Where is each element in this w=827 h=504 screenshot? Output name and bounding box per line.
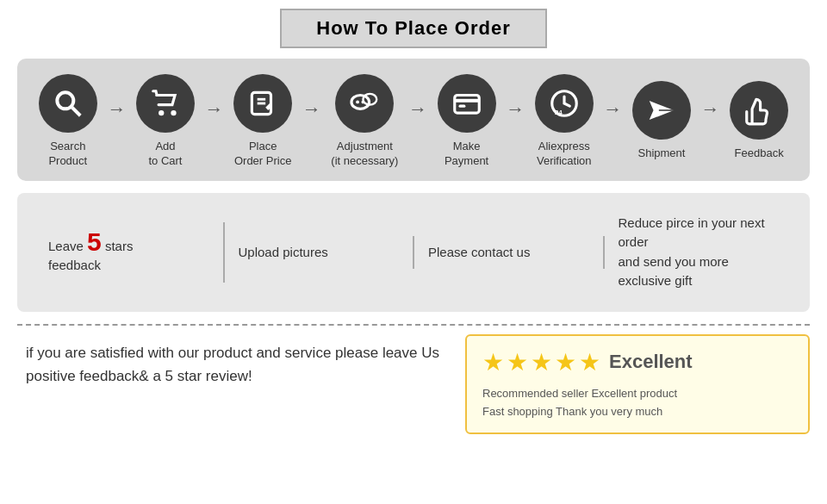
arrow-3: →	[302, 98, 321, 121]
step-cart-icon-circle	[136, 74, 195, 133]
feedback-col-1: Leave 5 starsfeedback	[34, 222, 225, 283]
star-3: ★	[531, 348, 552, 376]
step-adjust: Adjustment(it necessary)	[331, 74, 398, 169]
step-cart-label: Addto Cart	[148, 140, 182, 169]
step-search-icon-circle	[39, 74, 97, 133]
feedback-col-3: Please contact us	[414, 236, 605, 270]
step-cart: Addto Cart	[136, 74, 195, 169]
step-search: SearchProduct	[39, 74, 97, 169]
edit-icon	[246, 87, 279, 120]
arrow-7: →	[701, 98, 720, 121]
title-box: How To Place Order	[17, 9, 810, 48]
svg-point-2	[159, 110, 164, 115]
feedback-col-4: Reduce pirce in your next orderand send …	[605, 207, 793, 298]
svg-point-3	[171, 110, 176, 115]
step-feedback-icon-circle	[730, 81, 788, 140]
step-order-label: PlaceOrder Price	[234, 140, 291, 169]
arrow-5: →	[506, 98, 525, 121]
card-icon	[451, 87, 483, 120]
five-stars-number: 5	[87, 227, 102, 256]
step-search-label: SearchProduct	[48, 140, 87, 169]
wechat-icon	[348, 87, 381, 120]
bottom-section: if you are satisfied with our product an…	[17, 324, 810, 435]
step-feedback: Feedback	[730, 81, 788, 161]
step-verify-label: AliexpressVerification	[537, 140, 592, 169]
svg-text:24: 24	[555, 109, 563, 116]
star-1: ★	[482, 348, 504, 376]
thumbsup-icon	[743, 94, 775, 127]
svg-point-0	[57, 92, 73, 109]
bottom-left-text: if you are satisfied with our product an…	[26, 334, 448, 435]
step-payment: MakePayment	[438, 74, 496, 169]
steps-section: SearchProduct → Addto Cart →	[17, 59, 810, 181]
step-ship-icon-circle	[632, 81, 691, 140]
star-5: ★	[579, 348, 600, 376]
step-order-icon-circle	[233, 74, 292, 133]
rating-row: ★ ★ ★ ★ ★ Excellent	[482, 348, 793, 376]
clock24-icon: 24	[548, 87, 581, 120]
feedback-col-2: Upload pictures	[225, 236, 415, 270]
arrow-1: →	[107, 98, 126, 121]
excellent-label: Excellent	[609, 351, 693, 373]
step-verify: 24 AliexpressVerification	[535, 74, 594, 169]
arrow-6: →	[603, 98, 622, 121]
arrow-4: →	[408, 98, 427, 121]
svg-line-1	[72, 108, 81, 116]
svg-point-9	[357, 101, 360, 104]
svg-point-10	[362, 101, 365, 104]
star-2: ★	[507, 348, 528, 376]
step-ship: Shipment	[632, 81, 691, 161]
cart-icon	[149, 87, 182, 120]
svg-point-7	[351, 96, 370, 109]
step-payment-icon-circle	[438, 74, 496, 133]
plane-icon	[645, 94, 678, 127]
feedback-section: Leave 5 starsfeedback Upload pictures Pl…	[17, 193, 810, 312]
arrow-2: →	[205, 98, 224, 121]
page-title: How To Place Order	[280, 9, 546, 48]
step-verify-icon-circle: 24	[535, 74, 594, 133]
review-line2: Fast shopping Thank you very much	[482, 403, 793, 421]
step-order: PlaceOrder Price	[233, 74, 292, 169]
svg-rect-11	[454, 96, 479, 114]
step-adjust-label: Adjustment(it necessary)	[331, 140, 398, 169]
star-4: ★	[555, 348, 576, 376]
review-box: ★ ★ ★ ★ ★ Excellent Recommended seller E…	[465, 334, 810, 435]
step-adjust-icon-circle	[335, 74, 394, 133]
svg-rect-13	[458, 105, 465, 108]
step-feedback-label: Feedback	[735, 146, 784, 161]
review-line1: Recommended seller Excellent product	[482, 385, 793, 403]
page-wrapper: How To Place Order SearchProduct →	[0, 0, 827, 443]
step-payment-label: MakePayment	[445, 140, 488, 169]
review-text: Recommended seller Excellent product Fas…	[482, 385, 793, 421]
step-ship-label: Shipment	[637, 146, 685, 161]
stars-row: ★ ★ ★ ★ ★	[482, 348, 600, 376]
steps-row: SearchProduct → Addto Cart →	[34, 74, 793, 169]
search-icon	[52, 87, 84, 120]
